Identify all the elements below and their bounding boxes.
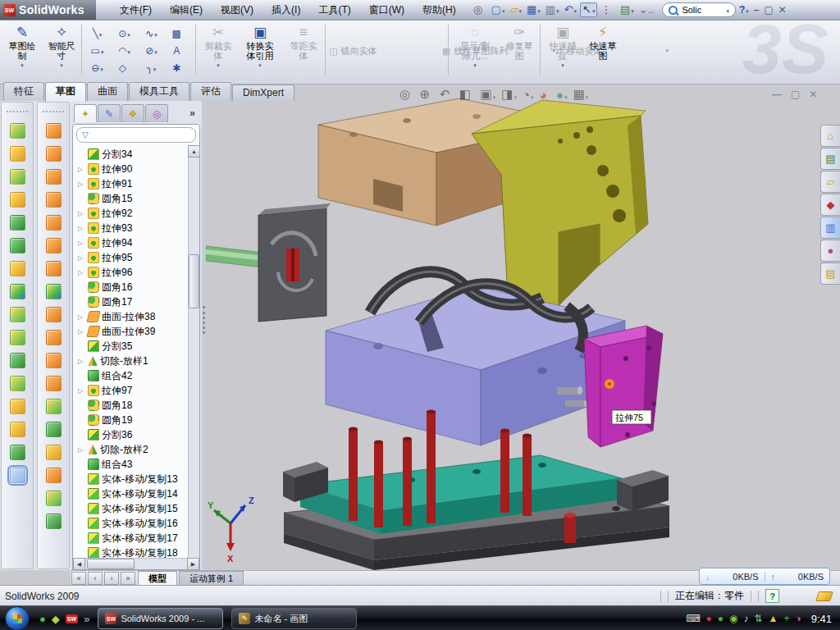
ribbon-tab[interactable]: DimXpert — [232, 84, 294, 101]
toolbar-button[interactable]: ▢ — [490, 3, 507, 16]
search-input[interactable] — [680, 4, 723, 16]
tree-horizontal-scrollbar[interactable]: ◀ ▶ — [73, 558, 199, 569]
sketch-entity-button[interactable]: ╲ — [84, 25, 111, 42]
panel-tab[interactable]: ◎ — [145, 104, 168, 122]
toolbar-button[interactable]: ↶ — [563, 3, 578, 16]
scrollbar-thumb[interactable] — [87, 559, 135, 569]
toolbar-icon[interactable] — [46, 422, 62, 437]
taskbar-window-button[interactable]: SW SolidWorks 2009 - ... — [98, 608, 223, 629]
toolbar-button[interactable]: ◎ — [472, 3, 488, 16]
task-pane-tab[interactable]: ◆ — [820, 194, 840, 216]
trim-entities-button[interactable]: ✂ 剪裁实 体 ▾ — [199, 23, 237, 79]
dropdown-arrow-icon[interactable] — [100, 45, 104, 57]
ribbon-tab[interactable]: 评估 — [190, 82, 231, 101]
sketch-button[interactable]: ✎ 草图绘 制 ▾ — [3, 23, 41, 79]
panel-tab[interactable]: ❖ — [121, 104, 144, 122]
toolbar-icon[interactable] — [46, 445, 62, 460]
window-control-button[interactable]: – — [754, 5, 760, 15]
expand-arrow-icon[interactable] — [78, 254, 85, 262]
toolbar-button[interactable]: ▱ — [508, 3, 523, 16]
menu-item[interactable]: 工具(T) — [309, 1, 359, 20]
toolbar-icon[interactable] — [10, 284, 25, 299]
dropdown-arrow-icon[interactable] — [153, 28, 158, 39]
tray-icon[interactable]: ◉ — [729, 614, 737, 623]
feature-tree-item[interactable]: 圆角16 — [78, 280, 188, 294]
ribbon-tab[interactable]: 模具工具 — [129, 82, 189, 101]
toolbar-icon[interactable] — [10, 468, 25, 483]
sketch-entity-button[interactable]: ◇ — [111, 59, 138, 76]
view-tool-button[interactable]: ▦ — [573, 87, 589, 102]
dropdown-arrow-icon[interactable] — [98, 28, 103, 39]
task-pane-tab[interactable]: ▤ — [820, 262, 840, 285]
feature-tree-item[interactable]: 切除-放样1 — [78, 354, 188, 368]
toolbar-icon[interactable] — [10, 307, 25, 322]
dropdown-arrow-icon[interactable] — [555, 4, 559, 16]
feature-tree-item[interactable]: 拉伸92 — [78, 206, 188, 221]
tray-icon[interactable]: ♪ — [743, 614, 748, 623]
toolbar-icon[interactable] — [46, 192, 62, 208]
feature-tree-item[interactable]: 圆角18 — [78, 398, 188, 413]
dropdown-arrow-icon[interactable] — [591, 4, 596, 16]
feature-tree-item[interactable]: 实体-移动/复制16 — [78, 516, 188, 531]
window-control-button[interactable]: ▢ — [791, 89, 800, 100]
window-control-button[interactable]: — — [772, 89, 782, 100]
ribbon-tab[interactable]: 草图 — [45, 82, 86, 102]
task-pane-tab[interactable]: ▤ — [820, 148, 840, 170]
toolbar-icon[interactable] — [46, 376, 62, 391]
feature-tree-item[interactable]: 拉伸96 — [78, 265, 188, 280]
expand-arrow-icon[interactable] — [78, 446, 85, 454]
dropdown-arrow-icon[interactable] — [518, 4, 522, 16]
task-pane-tab[interactable]: ▥ — [820, 217, 840, 239]
sketch-tool-button[interactable]: ◫ 镜向实体 ▾ — [329, 23, 442, 79]
toolbar-icon[interactable] — [10, 399, 25, 414]
tray-icon[interactable]: ⇅ — [754, 614, 762, 623]
dropdown-arrow-icon[interactable] — [513, 88, 517, 102]
taskbar-window-button[interactable]: ✎ 未命名 - 画图 — [231, 608, 357, 629]
quick-launch-icon[interactable]: SW — [66, 614, 78, 623]
expand-arrow-icon[interactable] — [78, 269, 85, 276]
feature-tree-item[interactable]: 实体-移动/复制17 — [78, 531, 188, 546]
study-nav-button[interactable]: » — [121, 572, 135, 585]
toolbar-icon[interactable] — [46, 146, 62, 162]
sketch-entity-button[interactable]: ▭ — [84, 42, 111, 59]
window-control-button[interactable]: ▢ — [764, 5, 773, 15]
view-tool-button[interactable]: ◧ — [459, 87, 475, 102]
view-tool-button[interactable]: ◎ — [399, 87, 414, 102]
sketch-entity-button[interactable]: ✱ — [165, 59, 192, 76]
menu-item[interactable]: 窗口(W) — [360, 1, 413, 20]
quick-launch-icon[interactable]: ● — [39, 613, 46, 625]
toolbar-icon[interactable] — [10, 238, 25, 253]
dropdown-arrow-icon[interactable]: ▾ — [665, 48, 669, 54]
offset-entities-button[interactable]: ≡ 等距实 体 — [285, 23, 322, 79]
dropdown-arrow-icon[interactable] — [585, 88, 589, 102]
menu-item[interactable]: 文件(F) — [111, 1, 161, 20]
ribbon-tab[interactable]: 特征 — [3, 82, 44, 101]
task-pane-tab[interactable]: ⌂ — [820, 125, 840, 147]
menu-item[interactable]: 视图(V) — [212, 1, 262, 20]
toolbar-icon[interactable] — [46, 169, 62, 185]
tray-icon[interactable]: + — [783, 614, 789, 623]
sketch-entity-button[interactable]: ⊖ — [84, 59, 111, 76]
quick-snaps-button[interactable]: ▣ 快速捕 捉 ▾ — [544, 23, 582, 79]
toolbar-icon[interactable] — [46, 468, 62, 483]
feature-tree-item[interactable]: 切除-放样2 — [78, 442, 188, 457]
expand-arrow-icon[interactable] — [78, 240, 85, 247]
toolbar-icon[interactable] — [10, 215, 25, 231]
tray-icon[interactable]: ⌨ — [686, 614, 700, 623]
toolbar-icon[interactable] — [46, 491, 62, 506]
sketch-entity-button[interactable]: ╮ — [138, 59, 165, 76]
tray-icon[interactable]: ● — [718, 614, 724, 623]
study-nav-button[interactable]: › — [104, 572, 119, 585]
toolbar-icon[interactable] — [10, 422, 25, 437]
view-tool-button[interactable]: ◔ — [523, 88, 534, 102]
rapid-sketch-button[interactable]: ⚡ 快速草 图 — [584, 23, 622, 79]
smart-dimension-button[interactable]: ✧ 智能尺 寸 ▾ — [43, 23, 80, 79]
sketch-entity-button[interactable]: ∿ — [138, 25, 165, 42]
toolbar-icon[interactable] — [10, 169, 25, 185]
study-tab[interactable]: 模型 — [138, 571, 177, 587]
tray-icon[interactable]: ● — [705, 614, 711, 623]
sketch-entity-button[interactable]: ⊙ — [111, 25, 138, 42]
tray-icon[interactable]: ▲ — [769, 614, 778, 623]
toolbar-icon[interactable] — [46, 353, 62, 368]
toolbar-icon[interactable] — [10, 146, 25, 162]
